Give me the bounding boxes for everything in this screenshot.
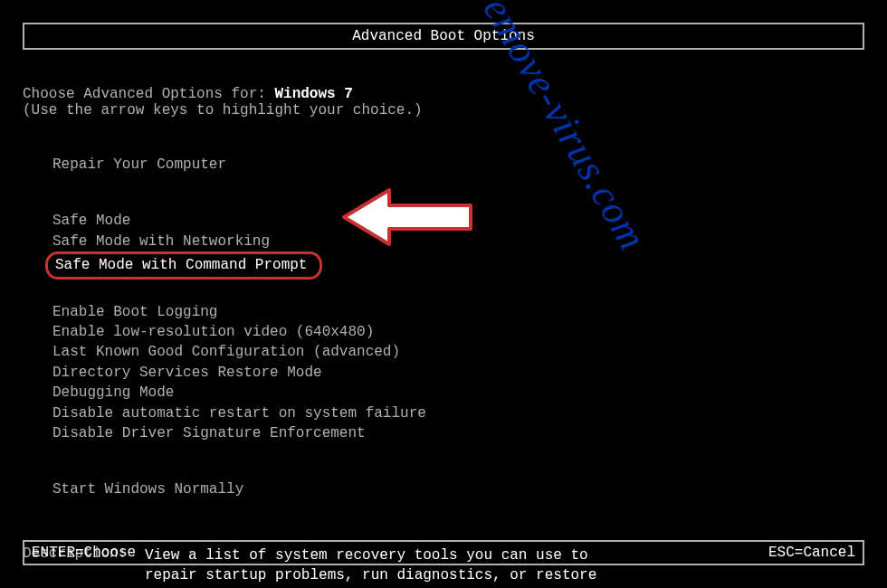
start-normal-row: Start Windows Normally bbox=[45, 479, 864, 499]
option-safe-mode-networking[interactable]: Safe Mode with Networking bbox=[45, 232, 277, 251]
option-enable-boot-logging[interactable]: Enable Boot Logging bbox=[45, 302, 224, 322]
option-start-windows-normally[interactable]: Start Windows Normally bbox=[45, 479, 251, 499]
option-safe-mode-command-prompt[interactable]: Safe Mode with Command Prompt bbox=[45, 251, 322, 279]
choose-label: Choose Advanced Options for: bbox=[23, 86, 274, 102]
option-directory-services-restore[interactable]: Directory Services Restore Mode bbox=[45, 363, 329, 383]
footer-esc: ESC=Cancel bbox=[768, 545, 855, 561]
option-disable-driver-signature[interactable]: Disable Driver Signature Enforcement bbox=[45, 423, 373, 443]
option-last-known-good[interactable]: Last Known Good Configuration (advanced) bbox=[45, 342, 407, 362]
option-debugging-mode[interactable]: Debugging Mode bbox=[45, 383, 181, 403]
choose-options-line: Choose Advanced Options for: Windows 7 bbox=[23, 86, 864, 102]
arrow-left-icon bbox=[335, 185, 480, 253]
option-low-resolution-video[interactable]: Enable low-resolution video (640x480) bbox=[45, 322, 381, 342]
os-name: Windows 7 bbox=[274, 86, 352, 102]
repair-option-row: Repair Your Computer bbox=[45, 155, 864, 175]
instruction-text: (Use the arrow keys to highlight your ch… bbox=[23, 102, 864, 119]
option-repair-computer[interactable]: Repair Your Computer bbox=[45, 155, 234, 175]
title-bar: Advanced Boot Options bbox=[23, 23, 864, 50]
footer-enter: ENTER=Choose bbox=[32, 545, 136, 561]
option-disable-auto-restart[interactable]: Disable automatic restart on system fail… bbox=[45, 403, 434, 423]
option-safe-mode[interactable]: Safe Mode bbox=[45, 211, 138, 231]
other-options-group: Enable Boot Logging Enable low-resolutio… bbox=[45, 302, 864, 444]
footer-bar: ENTER=Choose ESC=Cancel bbox=[23, 540, 864, 565]
